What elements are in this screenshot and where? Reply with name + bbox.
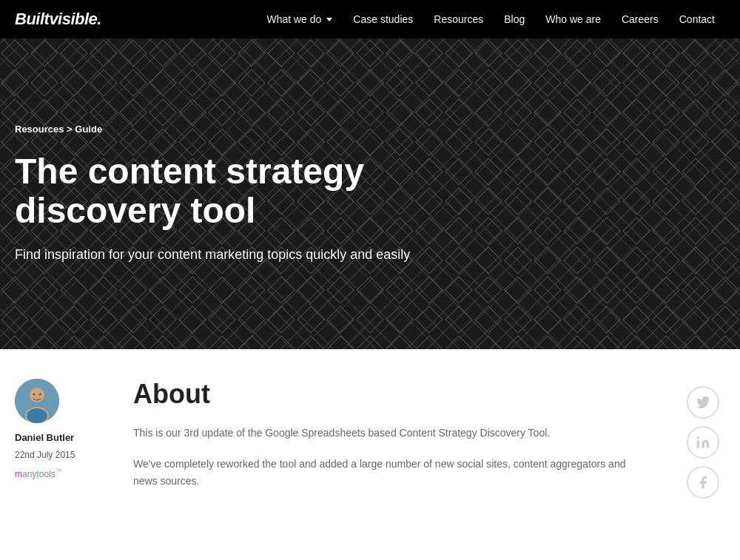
- hero-content: Resources > Guide The content strategy d…: [15, 124, 725, 264]
- facebook-icon: [696, 475, 710, 490]
- linkedin-share-button[interactable]: [687, 426, 719, 459]
- social-sidebar: [681, 379, 725, 504]
- main-content: Daniel Butler 22nd July 2015 manytools™ …: [0, 349, 740, 533]
- site-header: Builtvisible. What we do Case studies Re…: [0, 0, 740, 38]
- nav-who-we-are[interactable]: Who we are: [535, 0, 611, 38]
- author-name: Daniel Butler: [15, 432, 104, 443]
- avatar: [15, 379, 59, 423]
- chevron-down-icon: [326, 18, 332, 21]
- author-date: 22nd July 2015: [15, 449, 104, 462]
- twitter-icon: [696, 395, 710, 410]
- svg-point-6: [33, 394, 36, 396]
- article-paragraph-2: We've completely reworked the tool and a…: [133, 456, 636, 489]
- nav-blog[interactable]: Blog: [494, 0, 535, 38]
- nav-careers[interactable]: Careers: [611, 0, 669, 38]
- main-nav: What we do Case studies Resources Blog W…: [256, 0, 725, 38]
- nav-what-we-do[interactable]: What we do: [256, 0, 343, 38]
- svg-point-8: [697, 436, 699, 439]
- linkedin-icon: [696, 435, 710, 450]
- nav-case-studies[interactable]: Case studies: [343, 0, 423, 38]
- facebook-share-button[interactable]: [687, 466, 719, 499]
- author-sidebar: Daniel Butler 22nd July 2015 manytools™: [15, 379, 118, 504]
- nav-contact[interactable]: Contact: [669, 0, 725, 38]
- hero-subtitle: Find inspiration for your content market…: [15, 246, 459, 264]
- avatar-image: [15, 379, 59, 423]
- svg-point-7: [39, 394, 41, 396]
- article-paragraph-1: This is our 3rd update of the Google Spr…: [133, 425, 636, 441]
- hero-title: The content strategy discovery tool: [15, 152, 533, 231]
- about-heading: About: [133, 379, 666, 410]
- article-body: About This is our 3rd update of the Goog…: [118, 379, 681, 504]
- twitter-share-button[interactable]: [687, 386, 719, 419]
- svg-point-5: [27, 408, 47, 423]
- nav-resources[interactable]: Resources: [423, 0, 494, 38]
- manytools-logo[interactable]: manytools™: [15, 468, 104, 479]
- breadcrumb: Resources > Guide: [15, 124, 725, 135]
- hero-section: Resources > Guide The content strategy d…: [0, 38, 740, 349]
- site-logo[interactable]: Builtvisible.: [15, 10, 101, 29]
